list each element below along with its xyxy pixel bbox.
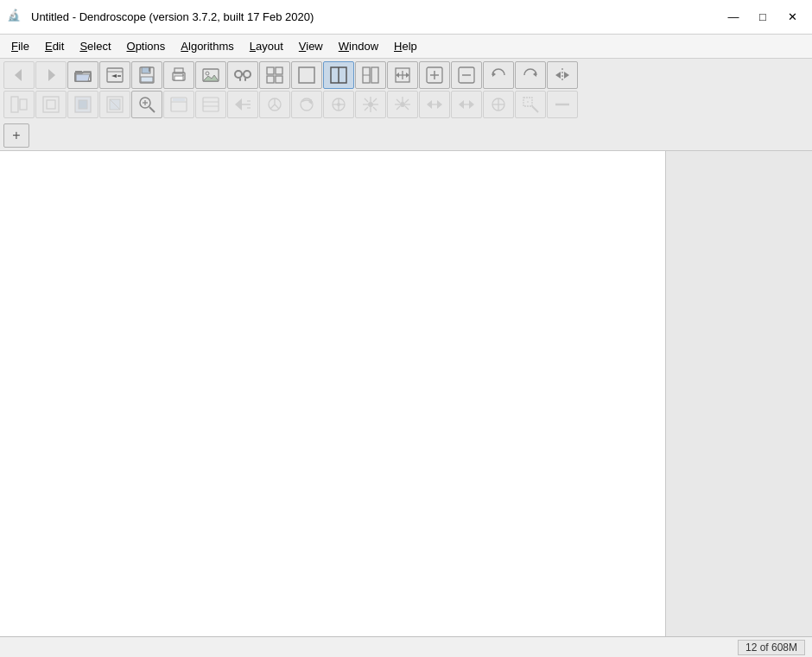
rotate-subtree-icon — [297, 95, 316, 114]
rotate-left-button[interactable] — [483, 61, 514, 89]
zoom-out-button[interactable] — [451, 61, 482, 89]
minimize-button[interactable]: — — [720, 8, 746, 27]
svg-line-100 — [396, 106, 400, 110]
toolbar-row-1 — [3, 61, 809, 89]
deselect-icon — [41, 95, 60, 114]
zoom-in-button[interactable] — [419, 61, 450, 89]
flip-button[interactable] — [547, 61, 578, 89]
svg-rect-23 — [241, 73, 244, 75]
menu-help[interactable]: Help — [386, 36, 425, 56]
svg-point-22 — [244, 71, 251, 78]
print-button[interactable] — [163, 61, 194, 89]
svg-rect-53 — [20, 99, 27, 110]
main-area — [0, 151, 812, 636]
app-icon: 🔬 — [7, 9, 24, 26]
back-button[interactable] — [3, 61, 35, 89]
svg-rect-28 — [267, 76, 274, 83]
svg-line-62 — [149, 107, 155, 112]
collapse-button[interactable] — [163, 91, 194, 118]
menu-layout[interactable]: Layout — [242, 36, 291, 56]
fan-button[interactable] — [387, 91, 418, 118]
starburst-button[interactable] — [355, 91, 386, 118]
command-icon — [105, 66, 124, 85]
menu-options[interactable]: Options — [119, 36, 174, 56]
title-bar: 🔬 Untitled - Dendroscope (version 3.7.2,… — [0, 0, 812, 35]
export-button[interactable] — [195, 61, 226, 89]
close-button[interactable]: ✕ — [779, 8, 805, 27]
status-memory: 12 of 608M — [738, 640, 805, 655]
rotate-right-button[interactable] — [515, 61, 546, 89]
print-icon — [169, 66, 188, 85]
svg-marker-105 — [469, 100, 474, 109]
select-nodes-icon — [10, 95, 29, 114]
rotate-subtree-button[interactable] — [291, 91, 322, 118]
find-button[interactable] — [227, 61, 258, 89]
command-button[interactable] — [99, 61, 130, 89]
expand-h-button[interactable] — [387, 61, 418, 89]
label-left-icon — [425, 95, 444, 114]
svg-rect-52 — [11, 97, 18, 112]
svg-rect-25 — [244, 78, 246, 81]
svg-marker-50 — [555, 72, 561, 79]
zoom-minus-button[interactable] — [547, 91, 578, 118]
select-all-icon — [73, 95, 92, 114]
menu-window[interactable]: Window — [331, 36, 386, 56]
zoom-out-icon — [457, 66, 476, 85]
split-view-button[interactable] — [323, 61, 354, 89]
svg-marker-8 — [111, 74, 117, 78]
forward-button[interactable] — [35, 61, 67, 89]
save-button[interactable] — [131, 61, 162, 89]
svg-line-78 — [270, 104, 275, 109]
reroot-radial-button[interactable] — [259, 91, 290, 118]
rotate-left-icon — [489, 66, 508, 85]
reroot-node-button[interactable] — [323, 91, 354, 118]
svg-line-77 — [275, 104, 279, 109]
menu-edit[interactable]: Edit — [37, 36, 72, 56]
select-nodes-button[interactable] — [3, 91, 35, 118]
menu-view[interactable]: View — [291, 36, 331, 56]
svg-point-84 — [337, 103, 340, 106]
label-left-button[interactable] — [419, 91, 450, 118]
open-button[interactable] — [67, 61, 98, 89]
expand-selected-button[interactable] — [195, 91, 226, 118]
svg-rect-16 — [174, 76, 183, 80]
maximize-button[interactable]: □ — [750, 8, 776, 27]
svg-rect-34 — [371, 67, 378, 83]
open-icon — [73, 66, 92, 85]
zoom-selection-button[interactable] — [515, 91, 546, 118]
menu-file[interactable]: File — [3, 36, 37, 56]
status-bar: 12 of 608M — [0, 636, 812, 657]
zoom-tool-icon — [137, 95, 156, 114]
tree-view-toggle-button[interactable] — [355, 61, 386, 89]
svg-rect-67 — [173, 98, 185, 101]
deselect-button[interactable] — [35, 91, 67, 118]
title-bar-title: Untitled - Dendroscope (version 3.7.2, b… — [31, 10, 314, 23]
add-tab-icon: + — [12, 128, 20, 143]
zoom-selection-icon — [521, 95, 540, 114]
zoom-in-icon — [425, 66, 444, 85]
export-icon — [201, 66, 220, 85]
forward-icon — [41, 66, 60, 85]
svg-point-85 — [368, 102, 373, 107]
label-radial-button[interactable] — [483, 91, 514, 118]
svg-rect-30 — [299, 67, 314, 83]
select-subtree-button[interactable] — [99, 91, 130, 118]
select-subtree-icon — [105, 95, 124, 114]
svg-line-97 — [405, 99, 409, 103]
fan-icon — [393, 95, 412, 114]
menu-select[interactable]: Select — [72, 36, 118, 56]
svg-marker-20 — [203, 75, 219, 81]
svg-point-19 — [206, 72, 209, 75]
svg-line-93 — [365, 107, 368, 111]
reroot-left-button[interactable] — [227, 91, 258, 118]
zoom-tool-button[interactable] — [131, 91, 162, 118]
single-view-button[interactable] — [291, 61, 322, 89]
svg-rect-26 — [267, 67, 274, 74]
menu-algorithms[interactable]: Algorithms — [173, 36, 241, 56]
label-right-icon — [457, 95, 476, 114]
select-all-button[interactable] — [67, 91, 98, 118]
canvas-area — [0, 151, 665, 636]
label-right-button[interactable] — [451, 91, 482, 118]
add-tab-button[interactable]: + — [3, 123, 29, 148]
grid-layout-button[interactable] — [259, 61, 290, 89]
